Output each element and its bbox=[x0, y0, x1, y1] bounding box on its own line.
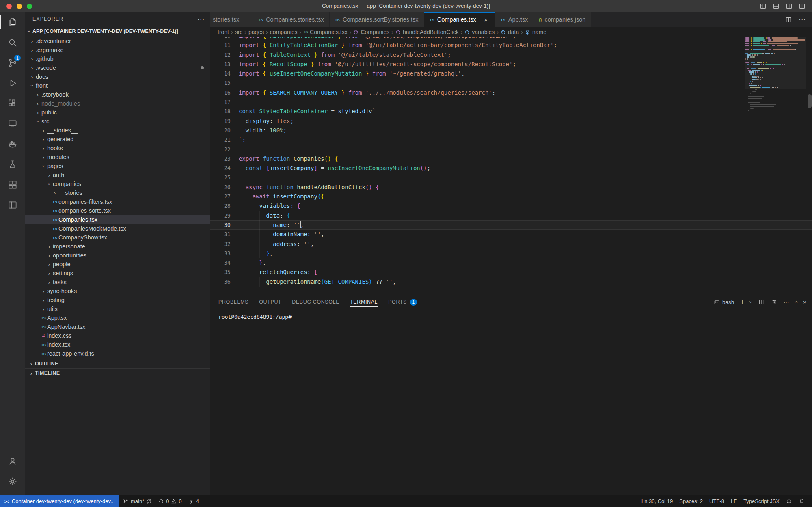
line-number[interactable]: 10 bbox=[210, 37, 239, 41]
panel-tab-ports[interactable]: PORTS1 bbox=[388, 294, 417, 310]
code-line[interactable]: 20 width: 100%; bbox=[210, 126, 812, 135]
code-line[interactable]: 24 const [insertCompany] = useInsertOneC… bbox=[210, 164, 812, 173]
eol[interactable]: LF bbox=[728, 498, 740, 504]
tree-item[interactable]: ›opportunities bbox=[25, 251, 210, 260]
editor-tab[interactable]: stories.tsx bbox=[210, 12, 253, 27]
tree-item[interactable]: TSindex.tsx bbox=[25, 340, 210, 349]
line-number[interactable]: 23 bbox=[210, 154, 239, 164]
cursor-position[interactable]: Ln 30, Col 19 bbox=[638, 498, 676, 504]
line-number[interactable]: 25 bbox=[210, 173, 239, 182]
tree-item[interactable]: ›tasks bbox=[25, 278, 210, 287]
activity-grid-button[interactable] bbox=[0, 175, 25, 195]
line-number[interactable]: 20 bbox=[210, 126, 239, 135]
new-terminal-icon[interactable]: + bbox=[740, 298, 744, 306]
code-line[interactable]: 27 await insertCompany({ bbox=[210, 192, 812, 201]
code-line[interactable]: 22 bbox=[210, 145, 812, 154]
code-line[interactable]: 11import { EntityTableActionBar } from '… bbox=[210, 41, 812, 50]
activity-extensions-button[interactable] bbox=[0, 93, 25, 114]
code-line[interactable]: 17 bbox=[210, 97, 812, 107]
line-number[interactable]: 11 bbox=[210, 41, 239, 50]
line-number[interactable]: 12 bbox=[210, 50, 239, 60]
line-number[interactable]: 33 bbox=[210, 249, 239, 258]
customize-layout-button[interactable] bbox=[799, 3, 806, 10]
code-line[interactable]: 32 address: '', bbox=[210, 239, 812, 249]
line-number[interactable]: 17 bbox=[210, 97, 239, 107]
tree-item[interactable]: TSCompanies.tsx bbox=[25, 215, 210, 224]
close-panel-icon[interactable]: × bbox=[803, 299, 806, 305]
editor-tab[interactable]: TSCompanies.sortBy.stories.tsx bbox=[330, 12, 424, 27]
activity-preview-button[interactable] bbox=[0, 195, 25, 215]
tree-item[interactable]: ›src bbox=[25, 117, 210, 126]
line-number[interactable]: 21 bbox=[210, 135, 239, 145]
tree-item[interactable]: ›docs bbox=[25, 72, 210, 81]
line-number[interactable]: 18 bbox=[210, 107, 239, 116]
code-line[interactable]: 18const StyledTableContainer = styled.di… bbox=[210, 107, 812, 116]
ports-indicator[interactable]: 4 bbox=[185, 498, 202, 504]
maximize-panel-icon[interactable]: › bbox=[793, 301, 799, 303]
line-number[interactable]: 32 bbox=[210, 239, 239, 249]
toggle-secondary-sidebar-button[interactable] bbox=[786, 3, 793, 10]
breadcrumb-item[interactable]: name bbox=[525, 29, 546, 35]
panel-tab-problems[interactable]: PROBLEMS bbox=[218, 294, 248, 310]
activity-account-button[interactable] bbox=[0, 451, 25, 471]
problems-indicator[interactable]: 0 0 bbox=[155, 498, 185, 504]
tree-item[interactable]: ›impersonate bbox=[25, 242, 210, 251]
line-number[interactable]: 30 bbox=[210, 220, 239, 230]
activity-docker-button[interactable] bbox=[0, 134, 25, 154]
activity-settings-button[interactable] bbox=[0, 471, 25, 492]
code-line[interactable]: 31 domainName: '', bbox=[210, 230, 812, 239]
sync-icon[interactable] bbox=[146, 498, 152, 504]
code-line[interactable]: 10import { WithTopBarContainer } from '@… bbox=[210, 37, 812, 41]
code-line[interactable]: 21`; bbox=[210, 135, 812, 145]
code-line[interactable]: 29 data: { bbox=[210, 211, 812, 220]
line-number[interactable]: 24 bbox=[210, 164, 239, 173]
tree-item[interactable]: TScompanies-sorts.tsx bbox=[25, 206, 210, 215]
code-line[interactable]: 15 bbox=[210, 78, 812, 88]
code-line[interactable]: 35 refetchQueries: [ bbox=[210, 268, 812, 277]
toggle-sidebar-button[interactable] bbox=[760, 3, 767, 10]
line-number[interactable]: 35 bbox=[210, 268, 239, 277]
minimap[interactable] bbox=[745, 37, 806, 294]
code-line[interactable]: 13import { RecoilScope } from '@/ui/util… bbox=[210, 60, 812, 69]
editor-tab[interactable]: TSCompanies.tsx× bbox=[424, 12, 495, 27]
line-number[interactable]: 29 bbox=[210, 211, 239, 220]
panel-tab-debug-console[interactable]: DEBUG CONSOLE bbox=[292, 294, 339, 310]
tree-item[interactable]: #index.css bbox=[25, 331, 210, 340]
split-terminal-icon[interactable] bbox=[758, 299, 765, 305]
zoom-window-button[interactable] bbox=[27, 4, 32, 9]
workspace-section-header[interactable]: › APP [CONTAINER DEV-TWENTY-DEV (DEV-TWE… bbox=[25, 26, 210, 37]
tree-item[interactable]: ›.github bbox=[25, 54, 210, 63]
activity-explorer-button[interactable] bbox=[0, 12, 25, 32]
code-line[interactable]: 19 display: flex; bbox=[210, 117, 812, 126]
explorer-actions-icon[interactable]: ⋯ bbox=[197, 15, 205, 24]
notifications[interactable] bbox=[795, 498, 808, 504]
editor-tab[interactable]: TSCompanies.stories.tsx bbox=[253, 12, 330, 27]
feedback[interactable] bbox=[783, 498, 795, 504]
tree-item[interactable]: ›testing bbox=[25, 296, 210, 304]
tree-item[interactable]: ›.vscode bbox=[25, 63, 210, 72]
line-number[interactable]: 34 bbox=[210, 258, 239, 268]
line-number[interactable]: 26 bbox=[210, 183, 239, 192]
activity-source-control-button[interactable]: 1 bbox=[0, 53, 25, 73]
editor-tab[interactable]: {}companies.json bbox=[533, 12, 591, 27]
tree-item[interactable]: ›sync-hooks bbox=[25, 287, 210, 296]
breadcrumb-item[interactable]: TSCompanies.tsx bbox=[303, 29, 347, 35]
tree-item[interactable]: ›pages bbox=[25, 162, 210, 170]
tree-item[interactable]: ›.devcontainer bbox=[25, 37, 210, 45]
tree-item[interactable]: TSApp.tsx bbox=[25, 313, 210, 322]
code-editor[interactable]: 10import { WithTopBarContainer } from '@… bbox=[210, 37, 812, 294]
line-number[interactable]: 15 bbox=[210, 78, 239, 88]
code-line[interactable]: 28 variables: { bbox=[210, 201, 812, 211]
breadcrumb-item[interactable]: companies bbox=[270, 29, 298, 35]
tree-item[interactable]: ›settings bbox=[25, 269, 210, 278]
panel-tab-terminal[interactable]: TERMINAL bbox=[350, 294, 378, 310]
breadcrumb-item[interactable]: src bbox=[235, 29, 243, 35]
code-line[interactable]: 14import { useInsertOneCompanyMutation }… bbox=[210, 69, 812, 78]
tree-item[interactable]: TSAppNavbar.tsx bbox=[25, 322, 210, 331]
tree-item[interactable]: ›utils bbox=[25, 304, 210, 313]
tree-item[interactable]: ›generated bbox=[25, 135, 210, 144]
tree-item[interactable]: TSCompanyShow.tsx bbox=[25, 233, 210, 242]
code-line[interactable]: 36 getOperationName(GET_COMPANIES) ?? ''… bbox=[210, 277, 812, 287]
panel-more-actions-icon[interactable]: ⋯ bbox=[784, 299, 789, 305]
editor-tab[interactable]: TSApp.tsx bbox=[495, 12, 534, 27]
